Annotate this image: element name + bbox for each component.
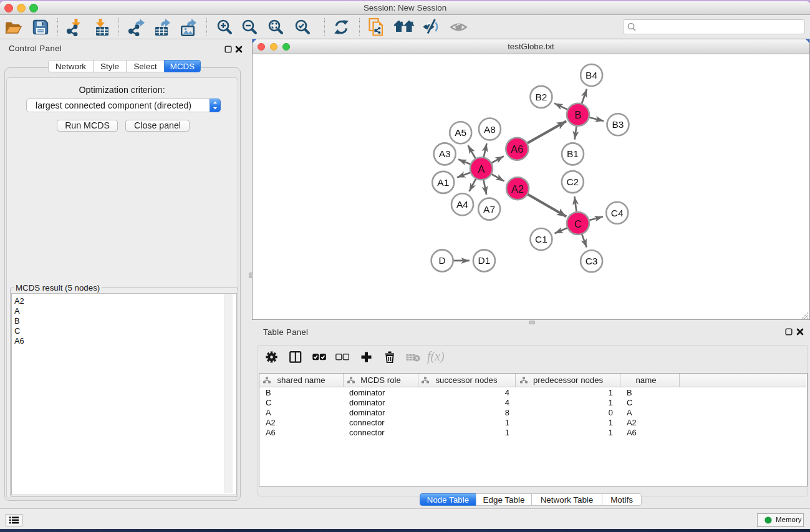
svg-text:D1: D1	[478, 255, 490, 266]
svg-text:B1: B1	[567, 148, 579, 159]
svg-text:B2: B2	[535, 92, 547, 102]
svg-text:B3: B3	[612, 119, 624, 130]
svg-text:A6: A6	[511, 143, 523, 155]
svg-text:C2: C2	[566, 177, 579, 187]
svg-text:A7: A7	[483, 204, 495, 215]
svg-text:C: C	[574, 218, 582, 230]
svg-text:D: D	[438, 255, 445, 266]
svg-text:B: B	[574, 109, 581, 120]
svg-text:A: A	[478, 163, 485, 175]
svg-text:A5: A5	[455, 127, 466, 138]
svg-text:C4: C4	[611, 208, 624, 218]
svg-text:A1: A1	[437, 177, 449, 188]
svg-text:A2: A2	[511, 183, 524, 195]
svg-text:C3: C3	[586, 256, 598, 266]
svg-text:A3: A3	[439, 148, 451, 159]
svg-text:A4: A4	[456, 199, 468, 210]
svg-text:C1: C1	[535, 234, 547, 244]
svg-text:A8: A8	[484, 124, 496, 135]
svg-text:B4: B4	[586, 70, 597, 80]
